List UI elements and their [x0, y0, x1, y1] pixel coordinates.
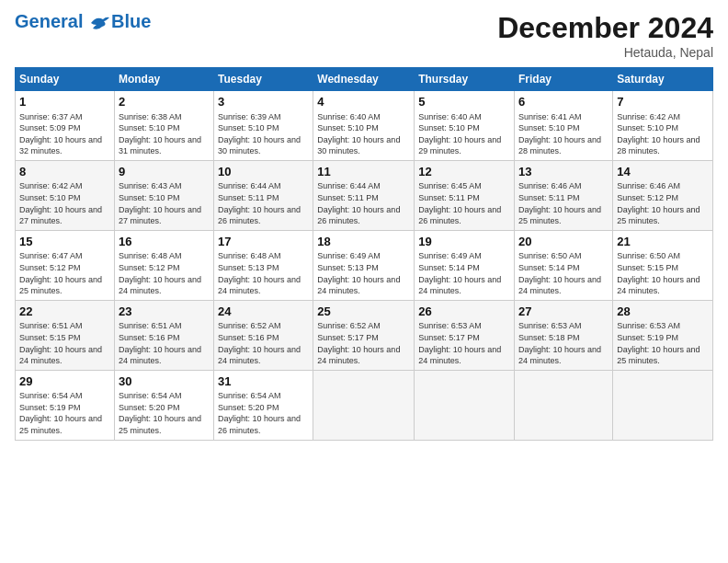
- week-row-5: 29 Sunrise: 6:54 AMSunset: 5:19 PMDaylig…: [16, 370, 713, 440]
- day-6: 6 Sunrise: 6:41 AMSunset: 5:10 PMDayligh…: [515, 91, 613, 161]
- header-friday: Friday: [515, 68, 613, 91]
- header-wednesday: Wednesday: [313, 68, 415, 91]
- day-5: 5 Sunrise: 6:40 AMSunset: 5:10 PMDayligh…: [415, 91, 515, 161]
- day-24: 24 Sunrise: 6:52 AMSunset: 5:16 PMDaylig…: [214, 300, 313, 370]
- day-17: 17 Sunrise: 6:48 AMSunset: 5:13 PMDaylig…: [214, 230, 313, 300]
- day-16: 16 Sunrise: 6:48 AMSunset: 5:12 PMDaylig…: [114, 230, 213, 300]
- header-thursday: Thursday: [415, 68, 515, 91]
- day-1: 1 Sunrise: 6:37 AMSunset: 5:09 PMDayligh…: [16, 91, 115, 161]
- day-empty-4: [613, 370, 713, 440]
- day-15: 15 Sunrise: 6:47 AMSunset: 5:12 PMDaylig…: [16, 230, 115, 300]
- day-19: 19 Sunrise: 6:49 AMSunset: 5:14 PMDaylig…: [415, 230, 515, 300]
- day-22: 22 Sunrise: 6:51 AMSunset: 5:15 PMDaylig…: [16, 300, 115, 370]
- day-31: 31 Sunrise: 6:54 AMSunset: 5:20 PMDaylig…: [214, 370, 313, 440]
- day-28: 28 Sunrise: 6:53 AMSunset: 5:19 PMDaylig…: [613, 300, 713, 370]
- day-7: 7 Sunrise: 6:42 AMSunset: 5:10 PMDayligh…: [613, 91, 713, 161]
- day-empty-1: [313, 370, 415, 440]
- day-4: 4 Sunrise: 6:40 AMSunset: 5:10 PMDayligh…: [313, 91, 415, 161]
- logo-general: General: [15, 11, 83, 31]
- day-9: 9 Sunrise: 6:43 AMSunset: 5:10 PMDayligh…: [114, 160, 213, 230]
- day-13: 13 Sunrise: 6:46 AMSunset: 5:11 PMDaylig…: [515, 160, 613, 230]
- day-20: 20 Sunrise: 6:50 AMSunset: 5:14 PMDaylig…: [515, 230, 613, 300]
- logo-bird-icon: [89, 14, 109, 32]
- day-14: 14 Sunrise: 6:46 AMSunset: 5:12 PMDaylig…: [613, 160, 713, 230]
- header-tuesday: Tuesday: [214, 68, 313, 91]
- page-container: General Blue December 2024 Hetauda, Nepa…: [0, 0, 728, 448]
- day-30: 30 Sunrise: 6:54 AMSunset: 5:20 PMDaylig…: [114, 370, 213, 440]
- week-row-1: 1 Sunrise: 6:37 AMSunset: 5:09 PMDayligh…: [16, 91, 713, 161]
- day-29: 29 Sunrise: 6:54 AMSunset: 5:19 PMDaylig…: [16, 370, 115, 440]
- week-row-2: 8 Sunrise: 6:42 AMSunset: 5:10 PMDayligh…: [16, 160, 713, 230]
- day-8: 8 Sunrise: 6:42 AMSunset: 5:10 PMDayligh…: [16, 160, 115, 230]
- week-row-3: 15 Sunrise: 6:47 AMSunset: 5:12 PMDaylig…: [16, 230, 713, 300]
- day-empty-2: [415, 370, 515, 440]
- day-empty-3: [515, 370, 613, 440]
- day-12: 12 Sunrise: 6:45 AMSunset: 5:11 PMDaylig…: [415, 160, 515, 230]
- day-21: 21 Sunrise: 6:50 AMSunset: 5:15 PMDaylig…: [613, 230, 713, 300]
- day-23: 23 Sunrise: 6:51 AMSunset: 5:16 PMDaylig…: [114, 300, 213, 370]
- calendar-table: Sunday Monday Tuesday Wednesday Thursday…: [15, 67, 713, 441]
- day-11: 11 Sunrise: 6:44 AMSunset: 5:11 PMDaylig…: [313, 160, 415, 230]
- logo-blue: Blue: [111, 11, 151, 32]
- day-2: 2 Sunrise: 6:38 AMSunset: 5:10 PMDayligh…: [114, 91, 213, 161]
- header: General Blue December 2024 Hetauda, Nepa…: [15, 11, 713, 60]
- header-monday: Monday: [114, 68, 213, 91]
- calendar-header-row: Sunday Monday Tuesday Wednesday Thursday…: [16, 68, 713, 91]
- day-10: 10 Sunrise: 6:44 AMSunset: 5:11 PMDaylig…: [214, 160, 313, 230]
- title-block: December 2024 Hetauda, Nepal: [497, 11, 713, 60]
- day-27: 27 Sunrise: 6:53 AMSunset: 5:18 PMDaylig…: [515, 300, 613, 370]
- location-subtitle: Hetauda, Nepal: [497, 45, 713, 60]
- day-26: 26 Sunrise: 6:53 AMSunset: 5:17 PMDaylig…: [415, 300, 515, 370]
- week-row-4: 22 Sunrise: 6:51 AMSunset: 5:15 PMDaylig…: [16, 300, 713, 370]
- day-18: 18 Sunrise: 6:49 AMSunset: 5:13 PMDaylig…: [313, 230, 415, 300]
- day-3: 3 Sunrise: 6:39 AMSunset: 5:10 PMDayligh…: [214, 91, 313, 161]
- logo: General Blue: [15, 11, 151, 32]
- header-sunday: Sunday: [16, 68, 115, 91]
- day-25: 25 Sunrise: 6:52 AMSunset: 5:17 PMDaylig…: [313, 300, 415, 370]
- month-title: December 2024: [497, 11, 713, 45]
- header-saturday: Saturday: [613, 68, 713, 91]
